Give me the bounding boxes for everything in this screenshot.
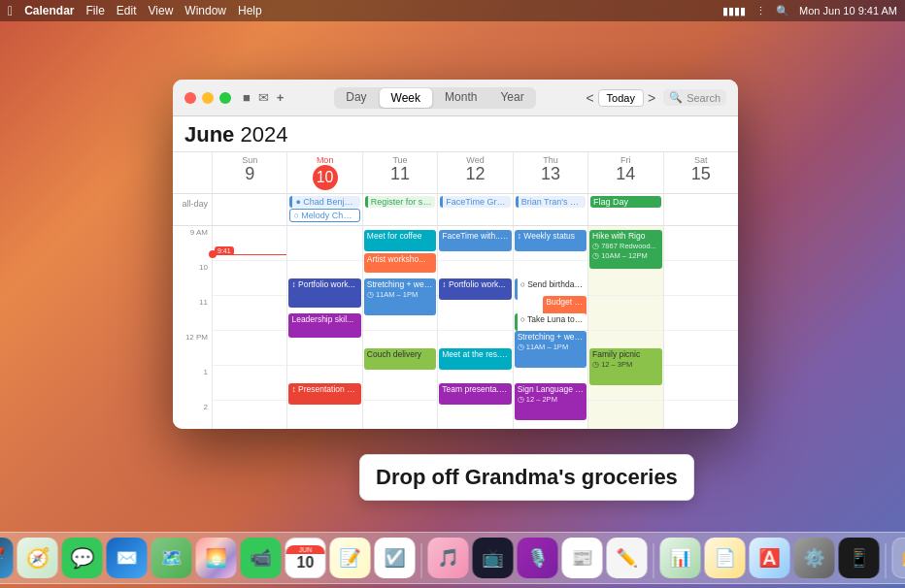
event-sign-language[interactable]: Sign Language Club ◷ 12 – 2PM xyxy=(515,383,587,420)
dock-podcasts[interactable]: 🎙️ xyxy=(518,538,558,578)
menu-window[interactable]: Window xyxy=(184,4,226,17)
allday-tue: Register for sa... xyxy=(362,194,437,225)
close-button[interactable] xyxy=(184,92,196,104)
sidebar-toggle-icon[interactable]: ■ xyxy=(243,90,251,105)
day-headers: Sun 9 Mon 10 Tue 11 Wed 12 Thu 13 Fri 14 xyxy=(173,152,738,194)
event-take-luna[interactable]: ○ Take Luna to th... xyxy=(515,313,587,331)
menu-file[interactable]: File xyxy=(85,4,104,17)
allday-event-flagday[interactable]: Flag Day xyxy=(590,196,660,208)
time-label-9am: 9 AM xyxy=(173,226,212,261)
dock-safari[interactable]: 🧭 xyxy=(17,538,58,578)
dock-mail[interactable]: ✉️ xyxy=(107,538,148,578)
dock-maps[interactable]: 🗺️ xyxy=(151,538,192,578)
menu-help[interactable]: Help xyxy=(238,4,262,17)
menu-view[interactable]: View xyxy=(149,4,174,17)
allday-sat xyxy=(663,194,738,225)
allday-event-facetime[interactable]: FaceTime Gran... xyxy=(440,196,510,208)
year: 2024 xyxy=(234,122,287,147)
event-team-presenta[interactable]: Team presenta... ↕ xyxy=(439,383,511,405)
dock-photos[interactable]: 🌅 xyxy=(196,538,237,578)
day-header-mon[interactable]: Mon 10 xyxy=(286,152,361,193)
dock-system-prefs[interactable]: ⚙️ xyxy=(794,538,835,578)
day-col-mon[interactable]: ↕ Portfolio work... Leadership skil... ↕… xyxy=(286,226,361,429)
dock-freeform[interactable]: ✏️ xyxy=(607,538,648,578)
day-columns: 9:41 ↕ Portfolio work... xyxy=(212,226,738,429)
tab-month[interactable]: Month xyxy=(433,87,488,109)
event-portfolio-wed[interactable]: ↕ Portfolio work... xyxy=(439,278,511,300)
event-meet-res[interactable]: Meet at the res... ↕ xyxy=(439,348,511,370)
day-header-sat[interactable]: Sat 15 xyxy=(663,152,738,193)
dock-news[interactable]: 📰 xyxy=(562,538,603,578)
day-col-sun[interactable]: 9:41 xyxy=(212,226,286,429)
app-name[interactable]: Calendar xyxy=(24,4,74,17)
dock-iphone-mirror[interactable]: 📱 xyxy=(839,538,880,578)
tab-week[interactable]: Week xyxy=(380,88,432,108)
today-nav: < Today > xyxy=(586,89,655,107)
dock-music[interactable]: 🎵 xyxy=(428,538,469,578)
add-event-icon[interactable]: + xyxy=(277,90,285,105)
dock-launchpad[interactable]: 🚀 xyxy=(0,538,14,578)
day-col-tue[interactable]: Meet for coffee Artist worksho... Stretc… xyxy=(362,226,437,429)
allday-mon: ● Chad Benjamin... ○ Melody Cheun... xyxy=(286,194,361,225)
event-family-picnic[interactable]: Family picnic ◷ 12 – 3PM xyxy=(589,348,661,385)
event-artist-workshop[interactable]: Artist worksho... xyxy=(364,253,436,273)
event-presentation-mon[interactable]: ↕ Presentation p... xyxy=(288,383,360,405)
event-hike-rigo[interactable]: Hike with Rigo ◷ 7867 Redwood... ◷ 10AM … xyxy=(589,230,661,269)
next-week-button[interactable]: > xyxy=(648,90,655,106)
allday-event-brian[interactable]: Brian Tran's Bir... xyxy=(516,196,586,208)
dock-messages[interactable]: 💬 xyxy=(62,538,103,578)
menu-edit[interactable]: Edit xyxy=(117,4,137,17)
allday-row: all-day ● Chad Benjamin... ○ Melody Cheu… xyxy=(173,194,738,226)
event-portfolio-work-mon[interactable]: ↕ Portfolio work... xyxy=(288,278,360,308)
event-meet-coffee[interactable]: Meet for coffee xyxy=(364,230,436,251)
event-couch-delivery[interactable]: Couch delivery xyxy=(364,348,436,370)
search-icon: 🔍 xyxy=(669,91,683,104)
menubar-left:  Calendar File Edit View Window Help xyxy=(8,3,262,18)
event-stretching-thu[interactable]: Stretching + weights ◷ 11AM – 1PM xyxy=(515,331,587,368)
allday-event-chad[interactable]: ● Chad Benjamin... xyxy=(289,196,359,208)
minimize-button[interactable] xyxy=(202,92,214,104)
allday-sun xyxy=(212,194,286,225)
event-weekly-status[interactable]: ↕ Weekly status xyxy=(515,230,587,251)
day-col-sat[interactable] xyxy=(663,226,738,429)
day-header-sun[interactable]: Sun 9 xyxy=(212,152,286,193)
event-stretching-tue[interactable]: Stretching + weights ↕ ◷ 11AM – 1PM xyxy=(364,278,436,315)
prev-week-button[interactable]: < xyxy=(586,90,593,106)
search-menubar-icon[interactable]: 🔍 xyxy=(776,5,789,17)
day-header-wed[interactable]: Wed 12 xyxy=(437,152,512,193)
event-leadership[interactable]: Leadership skil... xyxy=(288,313,360,338)
dock-reminders[interactable]: ☑️ xyxy=(375,538,416,578)
day-col-thu[interactable]: ↕ Weekly status ○ Send birthday... Budge… xyxy=(513,226,587,429)
day-col-wed[interactable]: FaceTime with... ↕ ↕ Portfolio work... M… xyxy=(437,226,512,429)
dock-notes[interactable]: 📝 xyxy=(330,538,371,578)
dock-pages[interactable]: 📄 xyxy=(705,538,746,578)
tab-year[interactable]: Year xyxy=(488,87,535,109)
dock-separator xyxy=(421,543,422,578)
time-label-11: 11 xyxy=(173,296,212,331)
allday-event-melody[interactable]: ○ Melody Cheun... xyxy=(289,209,359,222)
fullscreen-button[interactable] xyxy=(219,92,231,104)
tab-day[interactable]: Day xyxy=(334,87,378,109)
search-box[interactable]: 🔍 Search xyxy=(663,89,726,106)
event-facetime-with[interactable]: FaceTime with... ↕ xyxy=(439,230,511,251)
search-placeholder: Search xyxy=(687,92,721,104)
dock-separator3 xyxy=(886,543,887,578)
time-area[interactable]: 9 AM 10 11 12 PM 1 2 3 4 5 6 7 8 xyxy=(173,226,738,429)
allday-fri: Flag Day xyxy=(587,194,662,225)
allday-label: all-day xyxy=(173,194,212,225)
dock-calendar[interactable]: JUN 10 xyxy=(285,538,326,578)
dock-numbers[interactable]: 📊 xyxy=(660,538,701,578)
allday-event-register[interactable]: Register for sa... xyxy=(365,196,435,208)
today-button[interactable]: Today xyxy=(598,89,644,107)
day-header-fri[interactable]: Fri 14 xyxy=(587,152,662,193)
day-col-fri[interactable]: Hike with Rigo ◷ 7867 Redwood... ◷ 10AM … xyxy=(587,226,662,429)
dock-tv[interactable]: 📺 xyxy=(473,538,514,578)
day-header-thu[interactable]: Thu 13 xyxy=(513,152,587,193)
dock-downloads[interactable]: 📂 xyxy=(892,538,906,578)
dock-facetime[interactable]: 📹 xyxy=(241,538,282,578)
share-icon[interactable]: ✉ xyxy=(258,90,269,105)
day-header-tue[interactable]: Tue 11 xyxy=(362,152,437,193)
dock-appstore[interactable]: 🅰️ xyxy=(750,538,790,578)
apple-menu[interactable]:  xyxy=(8,3,13,18)
traffic-lights xyxy=(184,92,231,104)
